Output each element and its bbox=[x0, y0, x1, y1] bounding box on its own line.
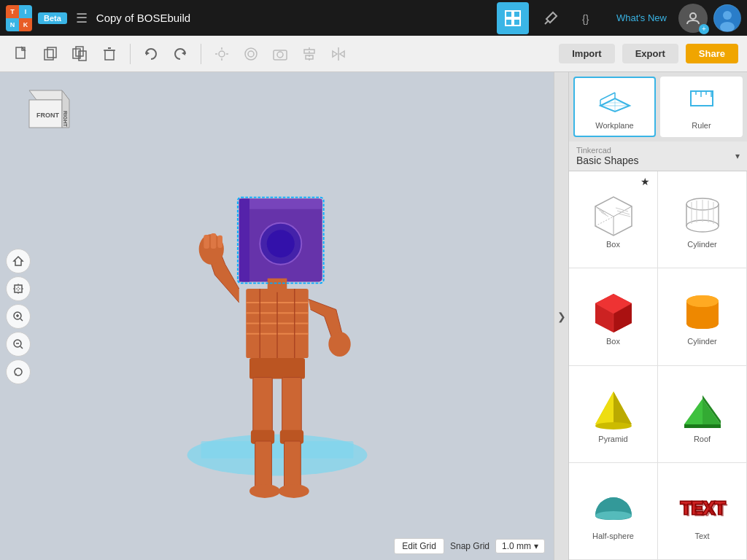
share-button[interactable]: Share bbox=[686, 44, 738, 63]
shapes-category: Tinkercad Basic Shapes ▾ bbox=[569, 141, 747, 171]
project-name[interactable]: Copy of BOSEbuild bbox=[96, 12, 190, 24]
logo-i: I bbox=[19, 5, 32, 18]
svg-line-99 bbox=[595, 206, 614, 217]
light-button[interactable] bbox=[209, 41, 235, 67]
align-icon bbox=[301, 46, 317, 62]
svg-point-80 bbox=[278, 483, 309, 497]
align-button[interactable] bbox=[296, 41, 322, 67]
svg-rect-92 bbox=[691, 91, 713, 106]
beta-badge: Beta bbox=[38, 12, 67, 24]
fit-view-button[interactable] bbox=[6, 276, 31, 301]
toolbar-separator-1 bbox=[130, 44, 131, 64]
svg-rect-12 bbox=[47, 47, 56, 58]
code-button[interactable]: {} bbox=[573, 2, 605, 34]
svg-point-136 bbox=[595, 511, 632, 520]
toolbar-separator-2 bbox=[201, 44, 201, 64]
svg-rect-11 bbox=[44, 50, 53, 60]
shape-item-cylinder-hole[interactable]: Cylinder bbox=[658, 171, 747, 268]
svg-point-21 bbox=[219, 51, 225, 57]
duplicate-button[interactable] bbox=[67, 41, 93, 67]
orbit-button[interactable] bbox=[6, 359, 31, 384]
panel-collapse-button[interactable]: ❯ bbox=[554, 72, 568, 560]
svg-point-29 bbox=[277, 52, 283, 58]
shape-roof-label: Roof bbox=[694, 435, 711, 443]
zoom-in-button[interactable] bbox=[6, 304, 31, 329]
circuit-button[interactable] bbox=[535, 2, 567, 34]
svg-point-71 bbox=[328, 331, 350, 356]
add-account-button[interactable] bbox=[678, 4, 708, 33]
shape-text-label: Text bbox=[694, 532, 709, 540]
shape-item-box-hole[interactable]: ★ bbox=[569, 171, 658, 268]
top-navigation: T I N K Beta ☰ Copy of BOSEbuild {} What… bbox=[0, 0, 747, 36]
shapes-grid: ★ bbox=[569, 171, 747, 560]
shape-box-solid-label: Box bbox=[606, 337, 620, 346]
home-view-button[interactable] bbox=[6, 249, 31, 273]
camera-button[interactable] bbox=[267, 41, 293, 67]
undo-button[interactable] bbox=[138, 41, 164, 67]
shape-item-box-solid[interactable]: Box bbox=[569, 268, 658, 365]
svg-rect-73 bbox=[252, 377, 272, 432]
trash-icon bbox=[101, 46, 117, 62]
snap-grid-label: Snap Grid bbox=[450, 541, 489, 551]
export-button[interactable]: Export bbox=[622, 44, 678, 63]
svg-point-27 bbox=[248, 51, 254, 57]
edit-grid-button[interactable]: Edit Grid bbox=[394, 538, 444, 554]
svg-rect-81 bbox=[267, 278, 287, 292]
person-icon bbox=[686, 11, 700, 26]
shape-box-hole-label: Box bbox=[606, 240, 620, 249]
copy-button[interactable] bbox=[38, 41, 64, 67]
workplane-tool[interactable]: Workplane bbox=[573, 77, 656, 137]
svg-rect-75 bbox=[255, 441, 271, 490]
svg-point-26 bbox=[245, 48, 257, 60]
snap-grid-value[interactable]: 1.0 mm ▾ bbox=[495, 539, 545, 553]
svg-marker-34 bbox=[333, 51, 337, 57]
svg-line-4 bbox=[545, 21, 548, 24]
shape-item-cylinder-solid[interactable]: Cylinder bbox=[658, 268, 747, 365]
shape-item-roof[interactable]: Roof bbox=[658, 366, 747, 463]
svg-rect-70 bbox=[217, 235, 222, 247]
ruler-icon bbox=[687, 84, 716, 118]
redo-icon bbox=[172, 46, 188, 62]
chevron-right-icon: ❯ bbox=[557, 311, 566, 322]
svg-rect-77 bbox=[282, 377, 301, 432]
shape-button[interactable] bbox=[238, 41, 264, 67]
svg-text:RIGHT: RIGHT bbox=[63, 111, 68, 128]
ruler-label: Ruler bbox=[692, 121, 711, 130]
main-toolbar: Import Export Share bbox=[0, 36, 747, 72]
redo-button[interactable] bbox=[167, 41, 193, 67]
svg-rect-68 bbox=[204, 234, 209, 248]
svg-text:{}: {} bbox=[582, 13, 589, 25]
zoom-out-icon bbox=[12, 338, 24, 350]
category-dropdown-button[interactable]: ▾ bbox=[735, 151, 740, 161]
shape-cylinder-solid-label: Cylinder bbox=[687, 337, 716, 346]
user-avatar[interactable] bbox=[713, 4, 741, 32]
svg-text:TEXT: TEXT bbox=[683, 500, 728, 520]
category-subtitle: Tinkercad bbox=[576, 146, 639, 155]
import-button[interactable]: Import bbox=[559, 44, 614, 63]
3d-viewport[interactable]: FRONT RIGHT bbox=[0, 72, 554, 560]
svg-marker-134 bbox=[684, 395, 703, 424]
home-icon bbox=[12, 255, 24, 267]
tinkercad-logo[interactable]: T I N K bbox=[6, 5, 32, 31]
zoom-in-icon bbox=[12, 311, 24, 322]
camera-icon bbox=[272, 46, 288, 62]
3d-view-button[interactable] bbox=[497, 2, 529, 34]
shape-item-text[interactable]: TEXT TEXT Text bbox=[658, 463, 747, 560]
new-document-button[interactable] bbox=[9, 41, 35, 67]
view-cube[interactable]: FRONT RIGHT bbox=[15, 79, 73, 138]
svg-line-103 bbox=[597, 208, 604, 212]
delete-button[interactable] bbox=[96, 41, 123, 67]
shape-item-half-sphere[interactable]: Half-sphere bbox=[569, 463, 658, 560]
svg-point-127 bbox=[686, 295, 719, 307]
zoom-out-button[interactable] bbox=[6, 332, 31, 357]
svg-rect-79 bbox=[284, 441, 301, 490]
mirror-icon bbox=[330, 46, 347, 62]
whats-new-button[interactable]: What's New bbox=[611, 12, 673, 23]
shape-item-pyramid[interactable]: Pyramid bbox=[569, 366, 658, 463]
main-area: FRONT RIGHT bbox=[0, 72, 747, 560]
svg-rect-32 bbox=[306, 55, 313, 59]
new-doc-icon bbox=[14, 46, 30, 62]
ruler-tool[interactable]: Ruler bbox=[660, 77, 743, 137]
workplane-label: Workplane bbox=[595, 121, 633, 130]
mirror-button[interactable] bbox=[325, 41, 352, 67]
